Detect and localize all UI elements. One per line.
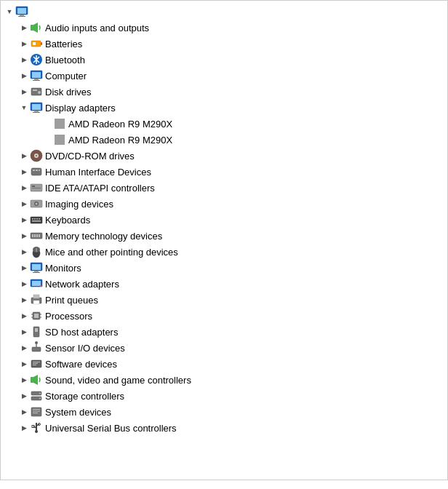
sensor-icon xyxy=(30,341,43,354)
dvd-icon xyxy=(30,149,43,162)
svg-rect-59 xyxy=(33,301,39,304)
sd-icon xyxy=(30,325,43,338)
svg-rect-27 xyxy=(33,170,35,171)
computer-icon xyxy=(15,5,28,18)
network-label: Network adapters xyxy=(45,279,119,290)
print-expander[interactable] xyxy=(18,294,30,306)
tree-item-batteries[interactable]: Batteries xyxy=(1,36,447,52)
print-label: Print queues xyxy=(45,295,98,306)
svg-rect-68 xyxy=(32,347,41,351)
memory-expander[interactable] xyxy=(18,230,30,242)
svg-rect-26 xyxy=(31,168,41,175)
svg-rect-55 xyxy=(32,281,41,286)
disk-expander[interactable] xyxy=(18,86,30,98)
svg-rect-20 xyxy=(33,112,40,113)
tree-item-gpu1[interactable]: AMD Radeon R9 M290X xyxy=(1,116,447,132)
sound-expander[interactable] xyxy=(18,374,30,386)
mice-expander[interactable] xyxy=(18,246,30,258)
svg-rect-3 xyxy=(18,16,25,17)
system-icon xyxy=(30,405,43,418)
svg-rect-67 xyxy=(35,328,38,332)
svg-rect-21 xyxy=(55,119,65,129)
svg-rect-45 xyxy=(36,234,38,237)
batteries-expander[interactable] xyxy=(18,38,30,49)
tree-item-print[interactable]: Print queues xyxy=(1,292,447,308)
root-expander[interactable] xyxy=(4,6,15,17)
svg-rect-40 xyxy=(39,218,40,220)
tree-item-sound[interactable]: Sound, video and game controllers xyxy=(1,372,447,388)
tree-item-ide[interactable]: IDE ATA/ATAPI controllers xyxy=(1,180,447,196)
bluetooth-expander[interactable] xyxy=(18,54,30,65)
svg-rect-44 xyxy=(34,234,36,237)
tree-item-gpu2[interactable]: AMD Radeon R9 M290X xyxy=(1,132,447,148)
sound-label: Sound, video and game controllers xyxy=(45,375,191,386)
svg-rect-53 xyxy=(33,272,40,273)
tree-item-usb[interactable]: Universal Serial Bus controllers xyxy=(1,420,447,436)
monitors-expander[interactable] xyxy=(18,262,30,274)
hid-expander[interactable] xyxy=(18,166,30,178)
tree-item-audio[interactable]: Audio inputs and outputs xyxy=(1,20,447,36)
storage-expander[interactable] xyxy=(18,390,30,402)
sd-expander[interactable] xyxy=(18,326,30,338)
svg-rect-52 xyxy=(34,271,39,272)
tree-item-hid[interactable]: Human Interface Devices xyxy=(1,164,447,180)
software-expander[interactable] xyxy=(18,358,30,370)
sensor-expander[interactable] xyxy=(18,342,30,354)
svg-rect-41 xyxy=(32,220,41,222)
tree-item-storage[interactable]: Storage controllers xyxy=(1,388,447,404)
gpu2-icon xyxy=(53,133,66,146)
tree-root[interactable] xyxy=(1,4,447,20)
usb-expander[interactable] xyxy=(18,422,30,434)
device-manager-tree[interactable]: Audio inputs and outputs Batteries Bluet… xyxy=(0,0,448,480)
svg-rect-22 xyxy=(55,135,65,145)
dvd-label: DVD/CD-ROM drives xyxy=(45,151,135,162)
dvd-expander[interactable] xyxy=(18,150,30,162)
svg-marker-76 xyxy=(33,375,38,385)
display-label: Display adapters xyxy=(45,103,116,114)
tree-item-disk[interactable]: Disk drives xyxy=(1,84,447,100)
tree-item-computer[interactable]: Computer xyxy=(1,68,447,84)
system-expander[interactable] xyxy=(18,406,30,418)
svg-rect-38 xyxy=(34,218,36,220)
processor-expander[interactable] xyxy=(18,310,30,322)
sensor-label: Sensor I/O devices xyxy=(45,343,125,354)
tree-item-memory[interactable]: Memory technology devices xyxy=(1,228,447,244)
tree-item-processor[interactable]: Processors xyxy=(1,308,447,324)
tree-item-keyboard[interactable]: Keyboards xyxy=(1,212,447,228)
audio-expander[interactable] xyxy=(18,22,30,33)
ide-expander[interactable] xyxy=(18,182,30,194)
usb-label: Universal Serial Bus controllers xyxy=(45,423,177,434)
tree-item-display[interactable]: Display adapters xyxy=(1,100,447,116)
imaging-expander[interactable] xyxy=(18,198,30,210)
usb-icon xyxy=(30,421,43,434)
tree-item-sensor[interactable]: Sensor I/O devices xyxy=(1,340,447,356)
audio-label: Audio inputs and outputs xyxy=(45,23,149,33)
svg-rect-81 xyxy=(31,408,41,416)
tree-item-bluetooth[interactable]: Bluetooth xyxy=(1,52,447,68)
tree-item-system[interactable]: System devices xyxy=(1,404,447,420)
memory-icon xyxy=(30,229,43,242)
svg-rect-29 xyxy=(39,170,40,171)
tree-item-imaging[interactable]: Imaging devices xyxy=(1,196,447,212)
keyboard-expander[interactable] xyxy=(18,214,30,226)
computer-expander[interactable] xyxy=(18,70,30,82)
svg-point-86 xyxy=(35,430,38,433)
network-icon xyxy=(30,277,43,290)
tree-item-mice[interactable]: Mice and other pointing devices xyxy=(1,244,447,260)
svg-rect-58 xyxy=(33,295,39,298)
network-expander[interactable] xyxy=(18,278,30,290)
svg-rect-2 xyxy=(20,15,24,16)
memory-label: Memory technology devices xyxy=(45,231,162,242)
tree-item-sd[interactable]: SD host adapters xyxy=(1,324,447,340)
computer-icon xyxy=(30,69,43,82)
tree-item-dvd[interactable]: DVD/CD-ROM drives xyxy=(1,148,447,164)
svg-rect-56 xyxy=(40,285,41,287)
hid-label: Human Interface Devices xyxy=(45,167,151,178)
tree-item-network[interactable]: Network adapters xyxy=(1,276,447,292)
audio-icon xyxy=(30,21,43,34)
tree-item-monitors[interactable]: Monitors xyxy=(1,260,447,276)
svg-rect-39 xyxy=(36,218,38,220)
tree-item-software[interactable]: Software devices xyxy=(1,356,447,372)
display-expander[interactable] xyxy=(18,102,30,114)
system-label: System devices xyxy=(45,407,111,418)
